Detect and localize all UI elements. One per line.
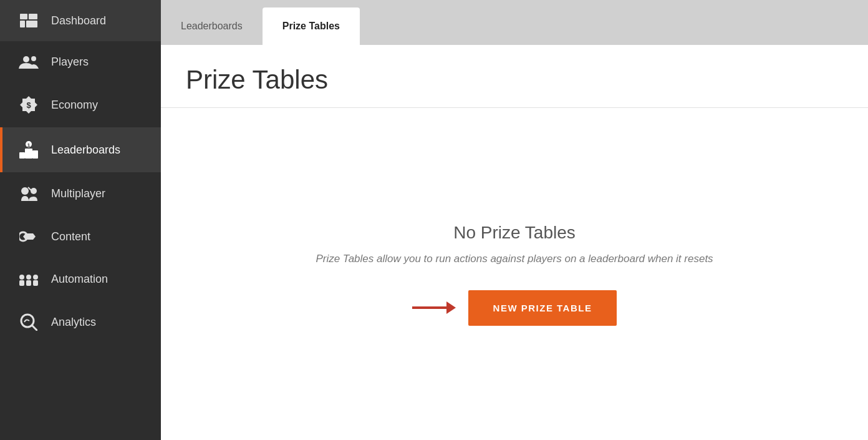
tabs-bar: Leaderboards Prize Tables	[161, 0, 868, 45]
economy-icon: $	[17, 96, 40, 114]
sidebar-item-leaderboards[interactable]: 1 Leaderboards	[0, 127, 161, 172]
sidebar-item-label: Content	[51, 230, 90, 243]
svg-point-16	[19, 275, 24, 280]
svg-point-4	[23, 56, 29, 62]
automation-icon	[17, 272, 40, 286]
svg-point-5	[31, 56, 36, 61]
sidebar-item-label: Economy	[51, 99, 98, 112]
page-title: Prize Tables	[186, 65, 843, 95]
page-header: Prize Tables	[161, 45, 868, 108]
svg-rect-8	[19, 152, 25, 159]
sidebar-item-label: Players	[51, 56, 89, 69]
svg-rect-3	[26, 21, 37, 27]
sidebar-item-content[interactable]: Content	[0, 215, 161, 258]
main-content: Leaderboards Prize Tables Prize Tables N…	[161, 0, 868, 440]
sidebar-item-economy[interactable]: $ Economy	[0, 82, 161, 127]
svg-point-18	[33, 275, 38, 280]
svg-rect-0	[20, 14, 27, 19]
sidebar-item-players[interactable]: Players	[0, 41, 161, 82]
svg-text:$: $	[26, 100, 31, 110]
content-icon	[17, 228, 40, 245]
sidebar-item-label: Dashboard	[51, 14, 106, 27]
svg-marker-25	[446, 301, 456, 314]
svg-rect-21	[33, 280, 38, 286]
sidebar-item-label: Leaderboards	[51, 144, 120, 157]
leaderboards-icon: 1	[17, 141, 40, 159]
svg-line-23	[32, 325, 37, 330]
svg-text:1: 1	[27, 142, 31, 148]
svg-rect-7	[25, 149, 32, 159]
empty-state-subtitle: Prize Tables allow you to run actions ag…	[316, 253, 713, 265]
svg-rect-2	[20, 21, 25, 27]
empty-state-title: No Prize Tables	[453, 223, 576, 243]
sidebar-item-automation[interactable]: Automation	[0, 258, 161, 300]
new-prize-table-button[interactable]: NEW PRIZE TABLE	[468, 290, 617, 326]
sidebar-item-label: Multiplayer	[51, 187, 105, 200]
sidebar-item-label: Analytics	[51, 316, 96, 329]
players-icon	[17, 55, 40, 69]
tab-leaderboards[interactable]: Leaderboards	[161, 7, 263, 45]
sidebar-item-label: Automation	[51, 273, 108, 286]
multiplayer-icon	[17, 186, 40, 201]
content-area: No Prize Tables Prize Tables allow you t…	[161, 108, 868, 440]
svg-rect-9	[32, 150, 38, 159]
svg-rect-19	[19, 280, 24, 286]
arrow-right-icon	[412, 298, 456, 317]
sidebar-item-multiplayer[interactable]: Multiplayer	[0, 172, 161, 215]
sidebar-item-analytics[interactable]: Analytics	[0, 300, 161, 345]
svg-rect-1	[29, 14, 37, 19]
svg-rect-20	[26, 280, 31, 286]
sidebar: Dashboard Players $ Economy	[0, 0, 161, 440]
analytics-icon	[17, 313, 40, 331]
svg-point-17	[26, 275, 31, 280]
sidebar-item-dashboard[interactable]: Dashboard	[0, 0, 161, 41]
svg-point-12	[21, 187, 29, 195]
cta-row: NEW PRIZE TABLE	[412, 290, 617, 326]
dashboard-icon	[17, 14, 40, 27]
tab-prize-tables[interactable]: Prize Tables	[263, 7, 360, 45]
